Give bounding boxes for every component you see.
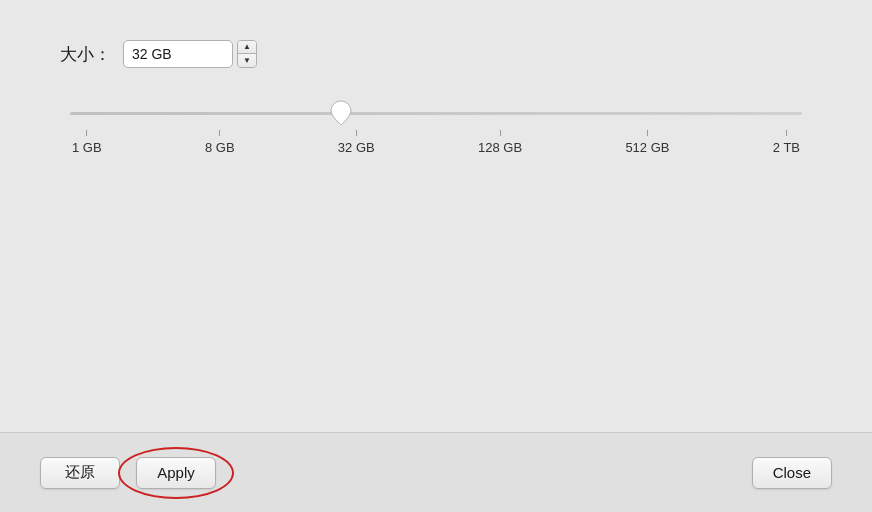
slider-ticks: 1 GB 8 GB 32 GB 128 GB 512 GB 2 TB: [70, 130, 802, 155]
apply-button-wrapper: Apply: [136, 457, 216, 489]
size-label: 大小：: [60, 43, 111, 66]
slider-label-8gb: 8 GB: [205, 140, 235, 155]
tick-mark: [86, 130, 87, 136]
tick-mark: [647, 130, 648, 136]
bottom-bar: 还原 Apply Close: [0, 432, 872, 512]
tick-mark: [356, 130, 357, 136]
restore-button[interactable]: 还原: [40, 457, 120, 489]
stepper-buttons: ▲ ▼: [237, 40, 257, 68]
close-button[interactable]: Close: [752, 457, 832, 489]
tick-8gb: 8 GB: [205, 130, 235, 155]
tick-mark: [219, 130, 220, 136]
slider-label-32gb: 32 GB: [338, 140, 375, 155]
slider-label-1gb: 1 GB: [72, 140, 102, 155]
tick-1gb: 1 GB: [72, 130, 102, 155]
tick-mark: [786, 130, 787, 136]
slider-label-2tb: 2 TB: [773, 140, 800, 155]
tick-mark: [500, 130, 501, 136]
size-input[interactable]: [123, 40, 233, 68]
slider-section: 1 GB 8 GB 32 GB 128 GB 512 GB 2 TB: [60, 98, 812, 155]
slider-label-512gb: 512 GB: [625, 140, 669, 155]
bottom-bar-right: Close: [752, 457, 832, 489]
tick-512gb: 512 GB: [625, 130, 669, 155]
size-row: 大小： ▲ ▼: [60, 40, 812, 68]
slider-label-128gb: 128 GB: [478, 140, 522, 155]
stepper-down-button[interactable]: ▼: [238, 54, 256, 67]
apply-button[interactable]: Apply: [136, 457, 216, 489]
slider-container: [70, 98, 802, 128]
tick-32gb: 32 GB: [338, 130, 375, 155]
tick-2tb: 2 TB: [773, 130, 800, 155]
tick-128gb: 128 GB: [478, 130, 522, 155]
stepper-up-button[interactable]: ▲: [238, 41, 256, 54]
size-input-container: ▲ ▼: [123, 40, 257, 68]
main-content: 大小： ▲ ▼ 1 GB 8 GB: [0, 0, 872, 432]
